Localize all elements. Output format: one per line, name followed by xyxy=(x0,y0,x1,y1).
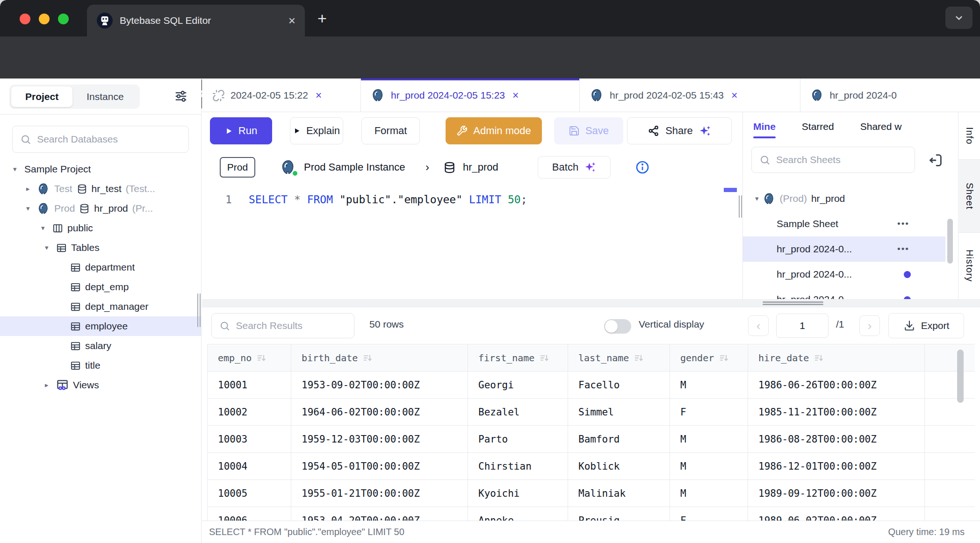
cell[interactable]: Preusig xyxy=(568,507,670,521)
window-minimize-button[interactable] xyxy=(39,14,50,24)
sidebar-resize-handle[interactable] xyxy=(200,293,201,327)
sheet-group-partial[interactable]: (Test) hr_test xyxy=(743,182,958,186)
tab-search-button[interactable] xyxy=(945,7,973,29)
cell[interactable]: 1989-09-12T00:00:00Z xyxy=(748,480,925,507)
cell[interactable]: 1986-12-01T00:00:00Z xyxy=(748,453,925,480)
cell[interactable]: M xyxy=(670,480,748,507)
close-icon[interactable]: × xyxy=(316,89,322,102)
sort-icon[interactable] xyxy=(256,353,267,363)
save-button[interactable]: Save xyxy=(554,117,623,144)
sheet-item-unsaved[interactable]: hr_prod 2024-0... xyxy=(743,262,958,287)
column-header-last-name[interactable]: last_name xyxy=(568,344,670,372)
tree-item-db-hr-test[interactable]: ▸ Test hr_test (Test... xyxy=(0,179,201,199)
triangle-down-icon[interactable]: ▾ xyxy=(45,243,52,252)
cell[interactable]: 1985-11-21T00:00:00Z xyxy=(748,399,925,426)
cell[interactable]: Georgi xyxy=(468,372,568,399)
collapse-panel-icon[interactable] xyxy=(928,152,944,168)
tab-shared-with-me[interactable]: Shared w xyxy=(860,112,902,141)
panel-resize-handle[interactable] xyxy=(739,195,740,218)
tab-project[interactable]: Project xyxy=(11,86,72,107)
instance-name[interactable]: Prod Sample Instance xyxy=(304,161,405,173)
column-header-gender[interactable]: gender xyxy=(670,344,748,372)
column-header-first-name[interactable]: first_name xyxy=(468,344,568,372)
sheet-tab-truncated[interactable]: hr_prod 2024-0 xyxy=(800,79,907,112)
cell[interactable]: Chirstian xyxy=(468,453,568,480)
next-page-button[interactable]: › xyxy=(859,315,880,336)
admin-mode-button[interactable]: Admin mode xyxy=(446,117,542,144)
cell[interactable]: Maliniak xyxy=(568,480,670,507)
cell[interactable]: Koblick xyxy=(568,453,670,480)
sql-statement-line[interactable]: SELECT * FROM "public"."employee" LIMIT … xyxy=(249,193,527,206)
tree-item-schema-public[interactable]: ▾ public xyxy=(0,218,201,238)
sort-icon[interactable] xyxy=(634,353,644,363)
prev-page-button[interactable]: ‹ xyxy=(748,315,769,336)
explain-button[interactable]: Explain xyxy=(290,117,343,144)
tab-mine[interactable]: Mine xyxy=(753,112,776,141)
cell[interactable]: M xyxy=(670,372,748,399)
cell[interactable]: 10006 xyxy=(208,507,291,521)
column-header-birth-date[interactable]: birth_date xyxy=(291,344,468,372)
window-close-button[interactable] xyxy=(20,14,30,24)
sort-icon[interactable] xyxy=(719,353,729,363)
cell[interactable]: 1964-06-02T00:00:00Z xyxy=(291,399,468,426)
sidebar-resize-handle[interactable] xyxy=(197,293,198,327)
database-search[interactable] xyxy=(12,126,189,153)
cell[interactable]: 10002 xyxy=(208,399,291,426)
triangle-right-icon[interactable]: ▸ xyxy=(45,381,52,389)
triangle-down-icon[interactable]: ▾ xyxy=(26,204,33,213)
tree-item-table-dept-manager[interactable]: dept_manager xyxy=(0,297,201,316)
cell[interactable]: 10003 xyxy=(208,426,291,453)
cell[interactable]: 10001 xyxy=(208,372,291,399)
tab-starred[interactable]: Starred xyxy=(802,112,834,141)
tree-item-tables-group[interactable]: ▾ Tables xyxy=(0,238,201,257)
window-zoom-button[interactable] xyxy=(58,14,69,24)
results-resize-handle[interactable] xyxy=(763,301,823,303)
triangle-down-icon[interactable]: ▾ xyxy=(41,224,48,232)
tab-instance[interactable]: Instance xyxy=(72,86,137,107)
cell[interactable]: F xyxy=(670,399,748,426)
share-button[interactable]: Share xyxy=(627,117,732,144)
cell[interactable]: Bamford xyxy=(568,426,670,453)
cell[interactable]: 1955-01-21T00:00:00Z xyxy=(291,480,468,507)
filter-settings-icon[interactable] xyxy=(174,89,188,103)
cell[interactable]: 1953-09-02T00:00:00Z xyxy=(291,372,468,399)
tree-item-table-salary[interactable]: salary xyxy=(0,336,201,356)
sql-code-area[interactable]: 1 SELECT * FROM "public"."employee" LIMI… xyxy=(202,185,742,299)
sheet-item-selected[interactable]: hr_prod 2024-0... ••• xyxy=(743,236,945,262)
sheet-tab[interactable]: hr_prod 2024-02-05 15:43 × xyxy=(580,79,800,112)
sheet-search-input[interactable] xyxy=(776,154,907,165)
more-menu-icon[interactable]: ••• xyxy=(897,219,909,229)
rail-tab-sheet[interactable]: Sheet xyxy=(959,160,980,233)
sheet-group-hr-prod[interactable]: ▾ (Prod) hr_prod xyxy=(743,186,958,211)
more-menu-icon[interactable]: ••• xyxy=(897,244,909,254)
results-search-input[interactable] xyxy=(236,320,346,331)
page-number-input[interactable] xyxy=(776,314,829,338)
rail-tab-info[interactable]: Info xyxy=(959,112,980,160)
sheet-tab-active[interactable]: hr_prod 2024-02-05 15:23 × xyxy=(361,79,580,112)
cell[interactable]: M xyxy=(670,426,748,453)
cell[interactable]: F xyxy=(670,507,748,521)
cell[interactable]: Facello xyxy=(568,372,670,399)
tree-item-db-hr-prod[interactable]: ▾ Prod hr_prod (Pr... xyxy=(0,199,201,218)
cell[interactable]: M xyxy=(670,453,748,480)
rail-tab-history[interactable]: History xyxy=(959,233,980,299)
column-header-emp-no[interactable]: emp_no xyxy=(208,344,291,372)
cell[interactable]: 1959-12-03T00:00:00Z xyxy=(291,426,468,453)
cell[interactable]: 1954-05-01T00:00:00Z xyxy=(291,453,468,480)
triangle-down-icon[interactable]: ▾ xyxy=(13,165,20,173)
tree-item-project[interactable]: ▾ Sample Project xyxy=(0,159,201,179)
vertical-display-toggle[interactable] xyxy=(604,319,631,334)
results-search[interactable] xyxy=(211,313,354,338)
run-button[interactable]: Run xyxy=(210,117,272,144)
column-header-hire-date[interactable]: hire_date xyxy=(748,344,925,372)
sheet-list-scrollbar[interactable] xyxy=(947,219,953,264)
panel-resize-handle[interactable] xyxy=(741,195,742,218)
connection-info-icon[interactable] xyxy=(635,160,650,175)
triangle-down-icon[interactable]: ▾ xyxy=(755,194,759,203)
triangle-right-icon[interactable]: ▸ xyxy=(26,185,33,193)
format-button[interactable]: Format xyxy=(361,117,420,144)
database-name[interactable]: hr_prod xyxy=(463,161,498,173)
batch-button[interactable]: Batch xyxy=(538,156,611,179)
sheet-item-sample[interactable]: Sample Sheet ••• xyxy=(743,211,958,236)
cell[interactable]: Anneke xyxy=(468,507,568,521)
